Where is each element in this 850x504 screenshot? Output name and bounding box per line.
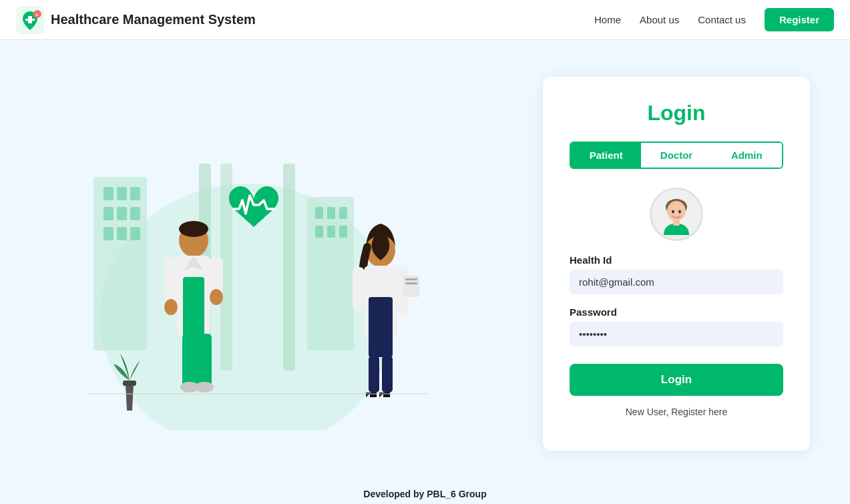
main-content: Login Patient Doctor Admin (0, 40, 850, 481)
svg-rect-28 (164, 257, 178, 304)
svg-point-52 (672, 210, 674, 214)
password-group: Password (570, 306, 783, 346)
nav-contact[interactable]: Contact us (698, 14, 746, 25)
svg-point-30 (164, 299, 178, 315)
register-link[interactable]: New User, Register here (626, 407, 728, 417)
svg-rect-15 (315, 207, 323, 219)
tab-admin[interactable]: Admin (712, 143, 782, 168)
svg-rect-19 (327, 226, 335, 238)
svg-rect-4 (93, 177, 147, 350)
svg-rect-40 (353, 267, 365, 310)
svg-rect-27 (183, 277, 204, 337)
illustration-icon (53, 97, 441, 431)
svg-rect-18 (315, 226, 323, 238)
login-title: Login (647, 101, 705, 125)
patient-avatar-icon (652, 190, 701, 239)
svg-rect-38 (369, 297, 393, 357)
illustration-area (40, 87, 454, 441)
svg-rect-7 (130, 187, 140, 200)
brand-title: Healthcare Management System (51, 12, 256, 27)
svg-rect-17 (339, 207, 347, 219)
svg-rect-14 (307, 197, 354, 350)
svg-rect-13 (130, 227, 140, 240)
register-button[interactable]: Register (765, 8, 834, 31)
health-id-group: Health Id (570, 254, 783, 294)
svg-rect-33 (197, 334, 212, 387)
navbar-nav: Home About us Contact us Register (594, 8, 834, 31)
svg-point-31 (210, 289, 223, 305)
svg-rect-43 (405, 282, 417, 284)
svg-rect-6 (117, 187, 127, 200)
avatar-container (650, 188, 703, 241)
password-label: Password (570, 306, 783, 318)
svg-rect-5 (103, 187, 114, 200)
password-input[interactable] (570, 322, 783, 346)
svg-text:+: + (35, 12, 39, 18)
svg-point-54 (671, 214, 675, 216)
svg-rect-32 (182, 334, 197, 387)
login-card: Login Patient Doctor Admin (543, 77, 810, 451)
footer-text: Developed by PBL_6 Group (363, 489, 486, 499)
svg-rect-44 (369, 356, 379, 393)
svg-rect-11 (103, 227, 114, 240)
brand: + Healthcare Management System (16, 6, 256, 34)
svg-point-53 (678, 210, 681, 214)
svg-rect-8 (103, 207, 114, 220)
tab-doctor[interactable]: Doctor (641, 143, 711, 168)
svg-rect-12 (117, 227, 127, 240)
brand-logo-icon: + (16, 6, 44, 34)
login-button[interactable]: Login (570, 364, 783, 396)
svg-rect-20 (339, 226, 347, 238)
footer: Developed by PBL_6 Group (0, 481, 850, 504)
navbar: + Healthcare Management System Home Abou… (0, 0, 850, 40)
svg-point-35 (195, 382, 214, 393)
nav-about[interactable]: About us (640, 14, 679, 25)
svg-rect-9 (117, 207, 127, 220)
svg-rect-42 (405, 278, 417, 280)
health-id-input[interactable] (570, 270, 783, 294)
tab-patient[interactable]: Patient (571, 143, 641, 168)
svg-rect-45 (382, 356, 393, 393)
svg-point-55 (678, 214, 682, 216)
svg-rect-23 (283, 164, 295, 370)
svg-rect-16 (327, 207, 335, 219)
nav-home[interactable]: Home (594, 14, 621, 25)
health-id-label: Health Id (570, 254, 783, 266)
svg-rect-10 (130, 207, 140, 220)
avatar (650, 188, 703, 241)
svg-rect-51 (673, 220, 680, 226)
svg-point-25 (179, 221, 208, 237)
login-tabs: Patient Doctor Admin (570, 142, 783, 169)
